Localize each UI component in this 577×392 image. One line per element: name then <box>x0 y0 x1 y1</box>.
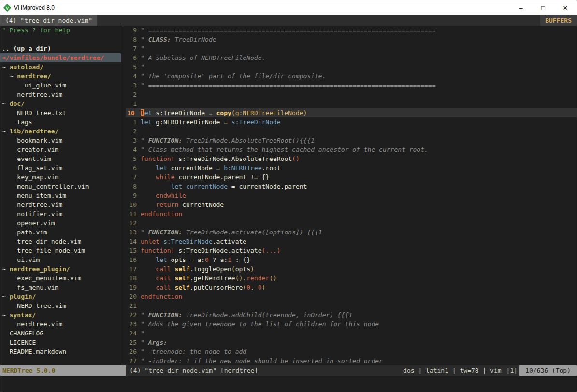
nerdtree-item[interactable]: menu_controller.vim <box>0 182 121 191</box>
editor-line[interactable]: 8 let currentNode = currentNode.parent <box>126 182 577 191</box>
editor-line[interactable]: 27" -inOrder: 1 if the new node should b… <box>126 356 577 365</box>
nerdtree-item[interactable]: nerdtree.vim <box>0 319 121 329</box>
split-separator[interactable] <box>121 26 126 365</box>
code-text: " ======================================… <box>141 26 577 35</box>
nerdtree-item[interactable]: NERD_tree.vim <box>0 301 121 310</box>
nerdtree-item[interactable] <box>0 35 121 44</box>
editor-line[interactable]: 6" A subclass of NERDTreeFileNode. <box>126 53 577 62</box>
editor-pane[interactable]: 9" =====================================… <box>126 26 577 365</box>
editor-line[interactable]: 3" FUNCTION: TreeDirNode.AbsoluteTreeRoo… <box>126 136 577 145</box>
editor-line[interactable]: 4" Class method that returns the highest… <box>126 145 577 154</box>
nerdtree-item[interactable]: tags <box>0 117 121 127</box>
editor-line[interactable]: 8" CLASS: TreeDirNode <box>126 35 577 44</box>
editor-line[interactable]: 26" -treenode: the node to add <box>126 347 577 356</box>
line-number: 2 <box>126 127 141 136</box>
editor-line[interactable]: 11endfunction <box>126 209 577 218</box>
editor-line[interactable]: 25" Args: <box>126 338 577 347</box>
nerdtree-item[interactable]: nerdtree.vim <box>0 90 121 99</box>
nerdtree-item[interactable]: LICENCE <box>0 338 121 347</box>
nerdtree-item[interactable]: ~ lib/nerdtree/ <box>0 127 121 136</box>
nerdtree-item[interactable]: flag_set.vim <box>0 163 121 173</box>
nerdtree-item[interactable]: ui.vim <box>0 255 121 264</box>
editor-line[interactable]: 5" <box>126 62 577 72</box>
editor-line[interactable]: 1 <box>126 99 577 108</box>
editor-line[interactable]: 10 return currentNode <box>126 200 577 209</box>
nerdtree-item[interactable]: menu_item.vim <box>0 191 121 200</box>
nerdtree-item[interactable]: bookmark.vim <box>0 136 121 145</box>
code-text: " FUNCTION: TreeDirNode.addChild(treenod… <box>141 310 577 319</box>
nerdtree-item[interactable]: path.vim <box>0 228 121 237</box>
nerdtree-pane[interactable]: " Press ? for help.. (up a dir)</vimfile… <box>0 26 121 365</box>
editor-line[interactable]: 6 let currentNode = b:NERDTree.root <box>126 163 577 173</box>
nerdtree-item[interactable]: CHANGELOG <box>0 329 121 338</box>
editor-line[interactable]: 3" =====================================… <box>126 81 577 90</box>
nerdtree-item[interactable]: fs_menu.vim <box>0 283 121 292</box>
editor-line[interactable]: 21 <box>126 301 577 310</box>
statusline: NERDTree 5.0.0 (4) "tree_dir_node.vim" [… <box>0 365 577 376</box>
editor-line[interactable]: 14unlet s:TreeDirNode.activate <box>126 237 577 246</box>
line-number: 9 <box>126 26 141 35</box>
line-number: 22 <box>126 310 141 319</box>
titlebar[interactable]: V Vi IMproved 8.0 – □ ✕ <box>0 0 577 15</box>
code-text: endfunction <box>141 209 577 218</box>
editor-line[interactable]: 18 call self.getNerdtree().render() <box>126 274 577 283</box>
editor-line[interactable]: 2 <box>126 90 577 99</box>
editor-line[interactable]: 17 call self.toggleOpen(opts) <box>126 264 577 274</box>
editor-line[interactable]: 23" Adds the given treenode to the list … <box>126 319 577 329</box>
editor-line[interactable]: 2 <box>126 127 577 136</box>
line-number: 6 <box>126 163 141 173</box>
nerdtree-item[interactable]: ~ autoload/ <box>0 62 121 72</box>
nerdtree-item[interactable]: ~ syntax/ <box>0 310 121 319</box>
line-number: 2 <box>126 90 141 99</box>
nerdtree-item[interactable]: exec_menuitem.vim <box>0 274 121 283</box>
line-number: 16 <box>126 255 141 264</box>
nerdtree-item[interactable]: tree_dir_node.vim <box>0 237 121 246</box>
minimize-button[interactable]: – <box>510 0 532 15</box>
code-text: " The 'composite' part of the file/dir c… <box>141 72 577 81</box>
code-text: function! s:TreeDirNode.AbsoluteTreeRoot… <box>141 154 577 163</box>
code-text <box>141 99 577 108</box>
editor-line[interactable]: 5function! s:TreeDirNode.AbsoluteTreeRoo… <box>126 154 577 163</box>
nerdtree-item[interactable]: ~ doc/ <box>0 99 121 108</box>
editor-line[interactable]: 4" The 'composite' part of the file/dir … <box>126 72 577 81</box>
nerdtree-item[interactable]: notifier.vim <box>0 209 121 218</box>
editor-line[interactable]: 12 <box>126 218 577 228</box>
statusline-position: 10/636 (Top) <box>519 365 577 376</box>
code-text: while currentNode.parent != {} <box>141 173 577 182</box>
nerdtree-item[interactable]: .. (up a dir) <box>0 44 121 53</box>
editor-line[interactable]: 13" FUNCTION: TreeDirNode.activate([opti… <box>126 228 577 237</box>
nerdtree-item[interactable]: tree_file_node.vim <box>0 246 121 255</box>
editor-line[interactable]: 1let g:NERDTreeDirNode = s:TreeDirNode <box>126 117 577 127</box>
editor-line[interactable]: 7" <box>126 44 577 53</box>
line-number: 1 <box>126 117 141 127</box>
close-button[interactable]: ✕ <box>554 0 577 15</box>
editor-line[interactable]: 9 endwhile <box>126 191 577 200</box>
nerdtree-item[interactable]: creator.vim <box>0 145 121 154</box>
active-tab[interactable]: (4) "tree_dir_node.vim" <box>0 15 97 26</box>
line-number: 3 <box>126 81 141 90</box>
nerdtree-root-item[interactable]: </vimfiles/bundle/nerdtree/ <box>0 53 121 62</box>
nerdtree-item[interactable]: ~ nerdtree_plugin/ <box>0 264 121 274</box>
statusline-buffer-indicator: |1| <box>505 365 519 376</box>
editor-line[interactable]: 9" =====================================… <box>126 26 577 35</box>
editor-line-current[interactable]: 10let s:TreeDirNode = copy(g:NERDTreeFil… <box>126 108 577 117</box>
nerdtree-item[interactable]: README.markdown <box>0 347 121 356</box>
nerdtree-item[interactable]: ~ plugin/ <box>0 292 121 301</box>
line-number: 3 <box>126 136 141 145</box>
nerdtree-item[interactable]: ui_glue.vim <box>0 81 121 90</box>
editor-line[interactable]: 7 while currentNode.parent != {} <box>126 173 577 182</box>
editor-line[interactable]: 24" <box>126 329 577 338</box>
editor-line[interactable]: 16 let opts = a:0 ? a:1 : {} <box>126 255 577 264</box>
nerdtree-item[interactable]: nerdtree.vim <box>0 200 121 209</box>
editor-line[interactable]: 15function! s:TreeDirNode.activate(...) <box>126 246 577 255</box>
nerdtree-item[interactable]: NERD_tree.txt <box>0 108 121 117</box>
editor-line[interactable]: 19 call self.putCursorHere(0, 0) <box>126 283 577 292</box>
nerdtree-item[interactable]: opener.vim <box>0 218 121 228</box>
editor-line[interactable]: 20endfunction <box>126 292 577 301</box>
maximize-button[interactable]: □ <box>532 0 554 15</box>
nerdtree-item[interactable]: event.vim <box>0 154 121 163</box>
editor-line[interactable]: 22" FUNCTION: TreeDirNode.addChild(treen… <box>126 310 577 319</box>
nerdtree-item[interactable]: ~ nerdtree/ <box>0 72 121 81</box>
nerdtree-item[interactable]: key_map.vim <box>0 173 121 182</box>
nerdtree-item[interactable]: " Press ? for help <box>0 26 121 35</box>
